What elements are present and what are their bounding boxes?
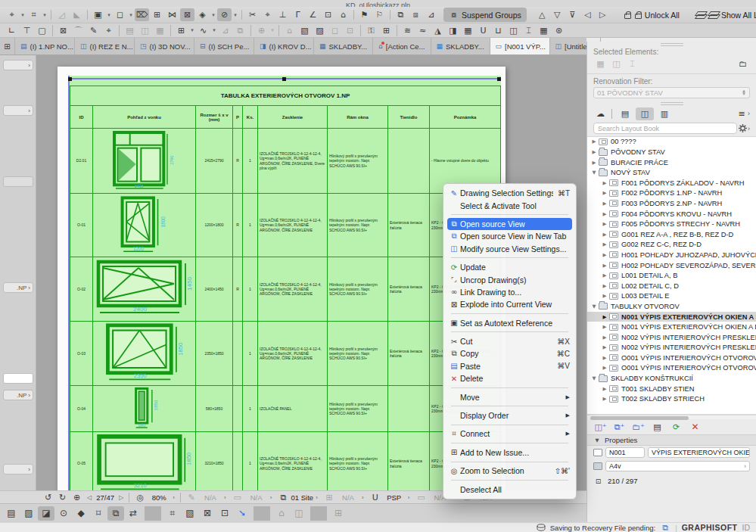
- schedule-icon[interactable]: ⊞: [379, 25, 394, 36]
- tab-sch[interactable]: ⊟(I) SCH Pe...: [194, 38, 254, 54]
- infobox-arrow-button[interactable]: ›: [3, 105, 33, 116]
- home-icon[interactable]: ⌂: [282, 25, 297, 36]
- selection-handle[interactable]: [282, 77, 286, 81]
- story-control[interactable]: ⧉ 01 Site›: [275, 491, 321, 504]
- toolbar-icon[interactable]: [241, 10, 242, 20]
- tree-horizontal-scrollbar[interactable]: [587, 415, 756, 420]
- project-chooser-icon[interactable]: ☁: [593, 107, 608, 120]
- menu-item-copy[interactable]: ⧉ Copy ⌘C: [443, 347, 576, 359]
- menu-item-uncrop-drawings[interactable]: ⌜⌟ Uncrop Drawing(s): [443, 273, 576, 285]
- selection-handle[interactable]: [497, 77, 501, 81]
- expander-icon[interactable]: ▶: [601, 324, 608, 330]
- mesh-grid-icon[interactable]: ▦: [461, 25, 475, 36]
- infobox-field[interactable]: [3, 373, 33, 384]
- graphisoft-logo[interactable]: GRAPHISOFT: [682, 523, 738, 532]
- trim-icon[interactable]: ⊥: [275, 8, 290, 21]
- line-weight-icon[interactable]: ▤: [3, 506, 20, 521]
- dimension-tool-icon[interactable]: ⊞: [150, 8, 164, 21]
- expander-icon[interactable]: ▼: [590, 303, 598, 310]
- flag-marker-icon[interactable]: ⚑: [357, 8, 372, 21]
- fillet-icon[interactable]: Γ: [291, 8, 305, 21]
- expander-icon[interactable]: ▶: [601, 221, 608, 227]
- infobox-field[interactable]: [3, 176, 33, 187]
- master-layout-dropdown[interactable]: A4v›: [605, 461, 750, 471]
- stretch-tool-icon[interactable]: ⋈: [165, 8, 179, 21]
- target-icon[interactable]: ⌖: [101, 25, 116, 36]
- flip-left-icon[interactable]: ◁: [580, 8, 595, 21]
- toolbar-icon[interactable]: [390, 10, 390, 20]
- text-block-icon[interactable]: ⊠: [199, 506, 216, 521]
- angle-icon[interactable]: ∠: [306, 8, 320, 21]
- viewmap-button[interactable]: ▤: [616, 107, 634, 120]
- toolbar-icon[interactable]: [52, 25, 53, 36]
- send-bottom-icon[interactable]: ⊽: [565, 8, 580, 21]
- expander-icon[interactable]: ▶: [601, 365, 608, 371]
- layoutbook-button[interactable]: ◫: [636, 107, 654, 120]
- menu-item-link-drawing-to[interactable]: ∞ Link Drawing to...: [443, 286, 576, 298]
- layout-tree-item[interactable]: ▼ SKLADBY KONŠTRUKCIÍ: [587, 373, 756, 384]
- expander-icon[interactable]: ▶: [601, 180, 608, 186]
- prev-page-icon[interactable]: ◁: [87, 494, 92, 501]
- menu-item-explode-into-current-view[interactable]: ⊠ Explode into Current View: [443, 298, 576, 310]
- infobox-arrow-button[interactable]: ›: [3, 60, 33, 70]
- key-icon[interactable]: ⚿: [364, 25, 378, 36]
- pencil-tool-icon[interactable]: ✎: [86, 25, 101, 36]
- layout-tree-item[interactable]: ▶ T001 SKLADBY STIEN: [587, 384, 756, 394]
- split-icon[interactable]: ✂: [245, 8, 260, 21]
- layout-tree-item[interactable]: ▶ F001 PÔDORYS ZÁKLADOV - NAVRH: [587, 178, 756, 188]
- search-settings-button[interactable]: ›: [739, 124, 750, 132]
- caret-icon[interactable]: ▾: [20, 8, 26, 21]
- caret-icon[interactable]: ▾: [189, 25, 195, 36]
- unlock-all-button[interactable]: Unlock All: [618, 10, 685, 20]
- infobox-np-button[interactable]: .NP ›: [3, 282, 33, 293]
- expander-icon[interactable]: ▶: [601, 355, 608, 361]
- arrow-tool-icon[interactable]: ⌖: [5, 8, 19, 21]
- toolbar-icon[interactable]: [119, 25, 120, 36]
- arc-tool-icon[interactable]: ⌒: [71, 25, 86, 36]
- box-icon[interactable]: ⊡: [321, 8, 335, 21]
- elevation-down-icon[interactable]: ▽: [550, 8, 565, 21]
- menu-item-open-source-view[interactable]: ⧉ Open source View: [447, 218, 572, 230]
- panel-drag-handle[interactable]: [661, 43, 683, 46]
- menu-item-connect[interactable]: ⌗ Connect ▶: [443, 428, 576, 440]
- expander-icon[interactable]: ▶: [601, 263, 608, 269]
- grid2-icon[interactable]: ▦: [537, 25, 551, 36]
- next-page-icon[interactable]: ▷: [119, 494, 123, 501]
- navigator-menu-button[interactable]: ≡›: [736, 107, 750, 120]
- expander-icon[interactable]: ▶: [601, 334, 608, 341]
- expander-icon[interactable]: ▶: [590, 160, 598, 166]
- layout-grid-icon[interactable]: ⊞: [174, 25, 188, 36]
- boxed-x-icon[interactable]: ⊠: [56, 25, 70, 36]
- new-folder-icon[interactable]: 🗀⁺: [631, 421, 646, 434]
- menu-item-add-to-new-issue[interactable]: ⊞ Add to New Issue...: [443, 446, 576, 459]
- toolbar-icon[interactable]: [397, 25, 397, 36]
- ramp-icon[interactable]: ⊿: [218, 25, 232, 36]
- fill-pattern-icon[interactable]: ▨: [20, 506, 37, 521]
- expander-icon[interactable]: ▶: [601, 293, 608, 299]
- zoom-level-control[interactable]: ◎ 80% ›: [132, 491, 178, 504]
- caret-icon[interactable]: ▾: [106, 8, 112, 21]
- redo-view-icon[interactable]: ↻: [55, 491, 70, 504]
- menu-item-cut[interactable]: ✂ Cut ⌘X: [443, 335, 576, 347]
- layout-tree-item[interactable]: ▶ H001 POHĽADY JUHOZAPAD, JUHOVÝCHOD: [587, 250, 756, 260]
- expander-icon[interactable]: ▶: [601, 201, 608, 207]
- frame-icon[interactable]: ◻: [328, 25, 342, 36]
- tee-tool-icon[interactable]: ⊤: [20, 25, 34, 36]
- menu-item-deselect-all[interactable]: Deselect All: [443, 483, 576, 495]
- expander-icon[interactable]: ▶: [590, 138, 598, 145]
- slab-tool-icon[interactable]: ◿: [54, 8, 69, 21]
- order-icon[interactable]: ⊿: [424, 8, 438, 21]
- layout-tree-item[interactable]: ▶ F004 PÔDORYS KROVU - NAVRH: [587, 209, 756, 219]
- menu-item-open-source-view-new-tab[interactable]: ⧉ Open source View in New Tab: [443, 230, 576, 242]
- layout-tree-item[interactable]: ▶ G002 REZ C-C, REZ D-D: [587, 240, 756, 250]
- new-layout-icon[interactable]: ◫⁺: [593, 421, 608, 434]
- caret-icon[interactable]: ▾: [211, 25, 217, 36]
- channel-icon[interactable]: ⊔: [491, 25, 506, 36]
- camera-icon[interactable]: ⌂: [273, 506, 290, 521]
- drawing-settings-icon[interactable]: ◫: [609, 58, 624, 70]
- expander-icon[interactable]: ▶: [601, 252, 608, 258]
- publisher-button[interactable]: ▥: [655, 107, 674, 120]
- expander-icon[interactable]: ▶: [601, 190, 608, 196]
- corner-tool-icon[interactable]: ∟: [5, 25, 19, 36]
- ibeam-icon[interactable]: ⌶: [521, 25, 536, 36]
